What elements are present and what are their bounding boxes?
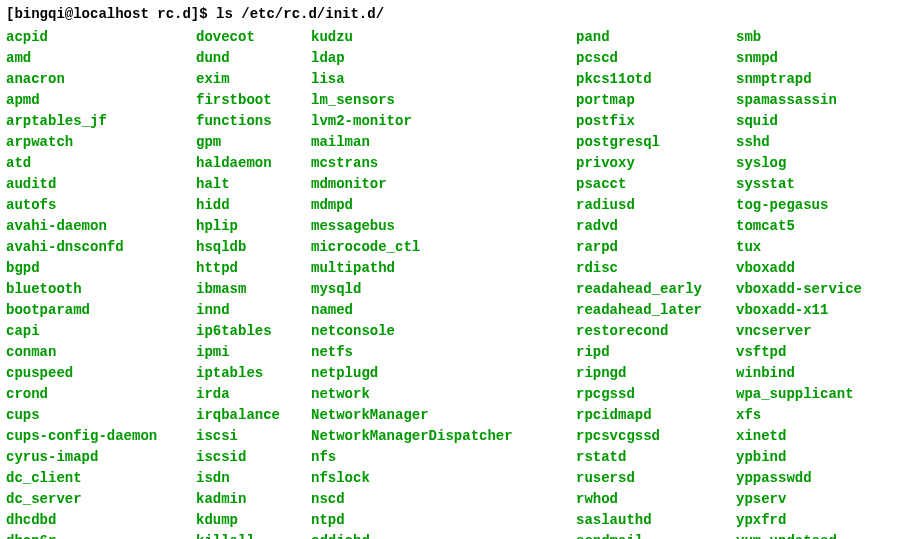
file-entry: crond bbox=[6, 384, 184, 405]
file-entry: postgresql bbox=[576, 132, 724, 153]
file-entry: exim bbox=[196, 69, 299, 90]
file-entry: dovecot bbox=[196, 27, 299, 48]
file-entry: rpcgssd bbox=[576, 384, 724, 405]
file-entry: ypxfrd bbox=[736, 510, 862, 531]
file-entry: ipmi bbox=[196, 342, 299, 363]
file-entry: netplugd bbox=[311, 363, 564, 384]
file-entry: anacron bbox=[6, 69, 184, 90]
file-entry: portmap bbox=[576, 90, 724, 111]
file-entry: privoxy bbox=[576, 153, 724, 174]
file-entry: dhcdbd bbox=[6, 510, 184, 531]
file-entry: ntpd bbox=[311, 510, 564, 531]
file-entry: ibmasm bbox=[196, 279, 299, 300]
file-entry: rstatd bbox=[576, 447, 724, 468]
file-entry: cups bbox=[6, 405, 184, 426]
file-entry: arpwatch bbox=[6, 132, 184, 153]
file-entry: cpuspeed bbox=[6, 363, 184, 384]
output-column-2: dovecotdundeximfirstbootfunctionsgpmhald… bbox=[196, 27, 311, 539]
file-entry: winbind bbox=[736, 363, 862, 384]
file-entry: cups-config-daemon bbox=[6, 426, 184, 447]
file-entry: radiusd bbox=[576, 195, 724, 216]
file-entry: mysqld bbox=[311, 279, 564, 300]
file-entry: vboxadd-x11 bbox=[736, 300, 862, 321]
file-entry: network bbox=[311, 384, 564, 405]
file-entry: bootparamd bbox=[6, 300, 184, 321]
file-entry: kudzu bbox=[311, 27, 564, 48]
file-entry: functions bbox=[196, 111, 299, 132]
file-entry: irqbalance bbox=[196, 405, 299, 426]
file-entry: readahead_later bbox=[576, 300, 724, 321]
file-entry: wpa_supplicant bbox=[736, 384, 862, 405]
file-entry: pand bbox=[576, 27, 724, 48]
file-entry: rwhod bbox=[576, 489, 724, 510]
file-entry: psacct bbox=[576, 174, 724, 195]
file-entry: netfs bbox=[311, 342, 564, 363]
file-entry: rusersd bbox=[576, 468, 724, 489]
file-entry: hplip bbox=[196, 216, 299, 237]
file-entry: vsftpd bbox=[736, 342, 862, 363]
file-entry: sysstat bbox=[736, 174, 862, 195]
output-column-1: acpidamdanacronapmdarptables_jfarpwatcha… bbox=[6, 27, 196, 539]
file-entry: cyrus-imapd bbox=[6, 447, 184, 468]
file-entry: yppasswdd bbox=[736, 468, 862, 489]
file-entry: acpid bbox=[6, 27, 184, 48]
command-text: ls /etc/rc.d/init.d/ bbox=[216, 6, 384, 22]
file-entry: restorecond bbox=[576, 321, 724, 342]
file-entry: halt bbox=[196, 174, 299, 195]
file-entry: spamassassin bbox=[736, 90, 862, 111]
file-entry: vboxadd bbox=[736, 258, 862, 279]
file-entry: kadmin bbox=[196, 489, 299, 510]
file-entry: netconsole bbox=[311, 321, 564, 342]
file-entry: arptables_jf bbox=[6, 111, 184, 132]
file-entry: NetworkManagerDispatcher bbox=[311, 426, 564, 447]
file-entry: vboxadd-service bbox=[736, 279, 862, 300]
file-entry: avahi-dnsconfd bbox=[6, 237, 184, 258]
file-entry: atd bbox=[6, 153, 184, 174]
file-entry: snmpd bbox=[736, 48, 862, 69]
file-entry: nfs bbox=[311, 447, 564, 468]
file-entry: NetworkManager bbox=[311, 405, 564, 426]
file-entry: autofs bbox=[6, 195, 184, 216]
file-entry: conman bbox=[6, 342, 184, 363]
file-entry: gpm bbox=[196, 132, 299, 153]
file-entry: rpcsvcgssd bbox=[576, 426, 724, 447]
file-entry: dc_client bbox=[6, 468, 184, 489]
file-entry: nscd bbox=[311, 489, 564, 510]
file-entry: firstboot bbox=[196, 90, 299, 111]
file-entry: hsqldb bbox=[196, 237, 299, 258]
file-entry: isdn bbox=[196, 468, 299, 489]
file-entry: microcode_ctl bbox=[311, 237, 564, 258]
terminal-prompt-line: [bingqi@localhost rc.d]$ ls /etc/rc.d/in… bbox=[6, 4, 908, 25]
file-entry: nfslock bbox=[311, 468, 564, 489]
output-column-5: smbsnmpdsnmptrapdspamassassinsquidsshdsy… bbox=[736, 27, 874, 539]
file-entry: amd bbox=[6, 48, 184, 69]
file-entry: lm_sensors bbox=[311, 90, 564, 111]
file-entry: named bbox=[311, 300, 564, 321]
file-entry: saslauthd bbox=[576, 510, 724, 531]
file-entry: rpcidmapd bbox=[576, 405, 724, 426]
file-entry: yum-updatesd bbox=[736, 531, 862, 539]
file-entry: iscsi bbox=[196, 426, 299, 447]
file-entry: mailman bbox=[311, 132, 564, 153]
file-entry: mdmpd bbox=[311, 195, 564, 216]
file-entry: killall bbox=[196, 531, 299, 539]
file-entry: avahi-daemon bbox=[6, 216, 184, 237]
file-entry: innd bbox=[196, 300, 299, 321]
file-entry: snmptrapd bbox=[736, 69, 862, 90]
file-entry: xinetd bbox=[736, 426, 862, 447]
file-entry: ldap bbox=[311, 48, 564, 69]
file-entry: rdisc bbox=[576, 258, 724, 279]
file-entry: iptables bbox=[196, 363, 299, 384]
file-entry: postfix bbox=[576, 111, 724, 132]
file-entry: ypbind bbox=[736, 447, 862, 468]
file-entry: rarpd bbox=[576, 237, 724, 258]
file-entry: squid bbox=[736, 111, 862, 132]
file-entry: readahead_early bbox=[576, 279, 724, 300]
file-entry: httpd bbox=[196, 258, 299, 279]
file-entry: auditd bbox=[6, 174, 184, 195]
file-entry: mdmonitor bbox=[311, 174, 564, 195]
file-entry: bluetooth bbox=[6, 279, 184, 300]
file-entry: radvd bbox=[576, 216, 724, 237]
file-entry: ip6tables bbox=[196, 321, 299, 342]
file-entry: smb bbox=[736, 27, 862, 48]
